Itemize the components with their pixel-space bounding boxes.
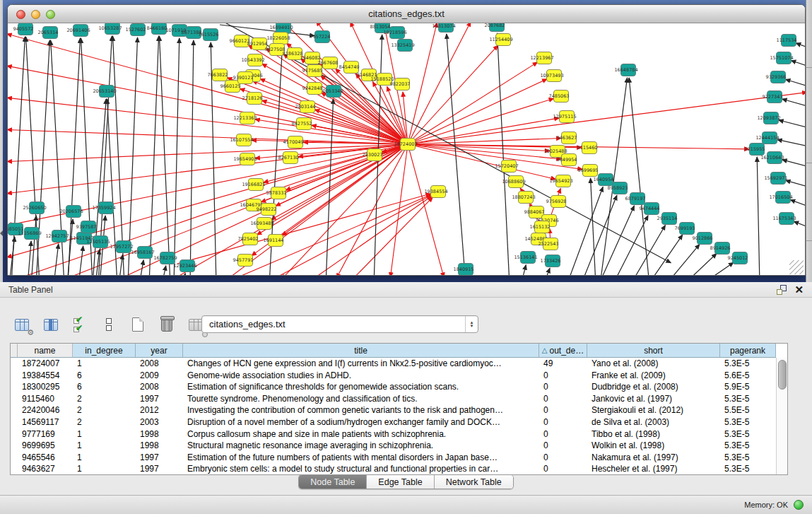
table-settings-icon[interactable]: ⚙ [13,315,31,334]
graph-node[interactable]: 19654903 [233,153,257,165]
scrollbar-thumb[interactable] [778,360,787,390]
table-cell[interactable]: 1 [73,428,136,440]
table-row[interactable]: 1456911722003Disruption of a novel membe… [11,416,776,428]
table-row[interactable]: 946554611997Estimation of the future num… [11,452,776,464]
graph-edge[interactable] [666,244,700,276]
table-cell[interactable]: 1998 [136,440,183,452]
graph-node[interactable]: 12093872 [757,112,780,124]
graph-node[interactable]: 12444154 [755,132,779,144]
graph-node[interactable]: 7663822 [208,69,228,81]
table-cell[interactable]: 2 [73,393,136,405]
table-row[interactable]: 2242004622012Investigating the contribut… [11,404,776,416]
graph-edge[interactable] [67,219,73,276]
graph-edge[interactable] [786,79,805,88]
collapse-arrow-icon[interactable] [0,230,3,236]
table-cell[interactable]: 1997 [136,452,183,464]
table-cell[interactable]: Estimation of significance thresholds fo… [183,381,539,393]
table-row[interactable]: 1872400712008Changes of HCN gene express… [11,358,776,370]
table-row[interactable]: 946362711997Embryonic stem cells: a mode… [11,463,776,475]
graph-node[interactable]: 7957224 [310,31,331,43]
table-cell[interactable]: 9777169 [18,428,73,440]
table-cell[interactable]: 5.3E-5 [720,358,776,370]
graph-node[interactable]: 9463627 [557,132,577,144]
table-cell[interactable]: 9463627 [18,463,73,475]
table-cell[interactable]: 5.3E-5 [720,393,776,405]
table-cell[interactable]: 0 [539,440,587,452]
graph-node[interactable]: 10688609 [502,176,525,188]
table-cell[interactable]: 0 [539,463,587,475]
float-panel-icon[interactable] [777,285,787,295]
delete-column-icon[interactable] [158,315,176,334]
table-cell[interactable]: 14569117 [18,416,73,428]
table-cell[interactable]: 1 [73,463,136,475]
graph-node[interactable]: 13325419 [391,40,414,52]
graph-node[interactable]: 8215955 [745,144,765,156]
graph-edge[interactable] [779,120,805,129]
table-cell[interactable]: 5.5E-5 [720,404,776,416]
graph-edge[interactable] [36,40,49,276]
graph-edge[interactable] [408,98,554,144]
graph-node[interactable]: 8466160 [147,23,167,35]
graph-node[interactable]: 1527602 [126,24,146,36]
table-cell[interactable]: 9465546 [18,452,73,464]
graph-edge[interactable] [794,221,805,230]
table-cell[interactable]: Structural magnetic resonance image aver… [183,440,539,452]
graph-edge[interactable] [26,37,40,276]
table-cell[interactable]: 18724007 [18,358,73,370]
table-cell[interactable]: Disruption of a novel member of a sodium… [183,416,539,428]
graph-node[interactable]: 12975115 [553,111,576,123]
graph-node[interactable]: 2935114 [657,213,678,225]
network-canvas[interactable]: 9405572206531420691406106532871527602846… [8,23,805,276]
table-cell[interactable]: 0 [539,370,587,382]
column-header-pagerank[interactable]: pagerank [720,344,776,358]
deselect-all-icon[interactable] [100,315,118,334]
table-cell[interactable]: Investigating the contribution of common… [183,404,539,416]
graph-edge[interactable] [757,157,760,276]
graph-node[interactable]: 9397587 [76,221,97,233]
table-cell[interactable]: 5.3E-5 [720,428,776,440]
table-cell[interactable]: 1 [73,452,136,464]
graph-edge[interactable] [782,99,805,108]
graph-edge[interactable] [543,268,550,276]
graph-edge[interactable] [521,265,526,276]
graph-node[interactable]: 20691406 [66,25,90,37]
graph-node[interactable]: 2065314 [38,27,59,39]
table-cell[interactable]: Tourette syndrome. Phenomenology and cla… [183,393,539,405]
table-cell[interactable]: Embryonic stem cells: a model to study s… [183,463,539,475]
graph-node[interactable]: 15136141 [514,252,537,264]
table-cell[interactable]: 5.3E-5 [720,440,776,452]
table-cell[interactable]: Corpus callosum shape and size in male p… [183,428,539,440]
table-cell[interactable]: 5.3E-5 [720,416,776,428]
graph-edge[interactable] [408,144,555,179]
table-cell[interactable]: 6 [73,370,136,382]
table-cell[interactable]: 5.3E-5 [720,463,776,475]
table-row[interactable]: 969969511998Structural magnetic resonanc… [11,440,776,452]
graph-edge[interactable] [174,38,180,276]
table-cell[interactable]: 49 [539,358,587,370]
graph-node[interactable]: 2803144 [295,101,316,113]
graph-node[interactable]: 15751074 [770,52,793,64]
graph-node[interactable]: 11675343 [772,213,796,225]
table-cell[interactable]: Estimation of the future numbers of pati… [183,452,539,464]
graph-node[interactable]: 7699193 [675,223,695,235]
table-cell[interactable]: 1 [73,440,136,452]
graph-node[interactable]: 9457791 [233,255,254,267]
table-cell[interactable]: Dudbridge et al. (2008) [587,381,720,393]
table-cell[interactable]: Tibbo et al. (1998) [587,428,720,440]
graph-edge[interactable] [149,36,159,276]
graph-edge[interactable] [78,246,83,276]
tab-node-table[interactable]: Node Table [299,475,367,489]
graph-node[interactable]: 18313074 [432,23,455,33]
graph-edge[interactable] [28,241,31,276]
graph-edge[interactable] [567,187,603,276]
graph-edge[interactable] [54,244,59,276]
graph-edge[interactable] [8,144,408,194]
table-cell[interactable]: 2008 [136,381,183,393]
graph-node[interactable]: 16958167 [131,247,154,259]
graph-edge[interactable] [282,144,408,276]
table-cell[interactable]: 22420046 [18,404,73,416]
graph-node[interactable]: 20206576 [59,206,83,218]
table-cell[interactable]: 2008 [136,358,183,370]
table-cell[interactable]: 2 [73,416,136,428]
graph-edge[interactable] [8,144,408,257]
